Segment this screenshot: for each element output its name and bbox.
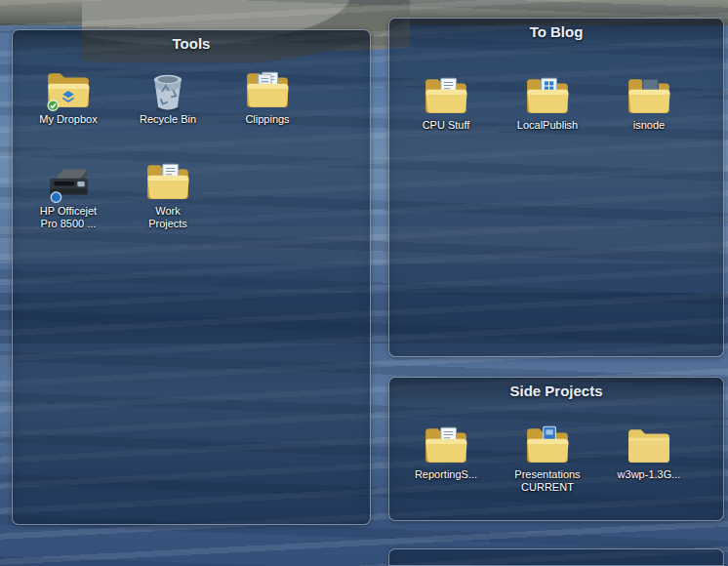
documents-folder-icon (421, 423, 471, 467)
desktop-icon-presentations[interactable]: Presentations CURRENT (497, 423, 598, 494)
icon-label: Clippings (245, 113, 289, 126)
icon-label: Recycle Bin (140, 113, 196, 126)
dropbox-folder-icon (43, 67, 94, 112)
plain-folder-icon (624, 423, 674, 467)
presentation-folder-icon (522, 423, 573, 467)
icon-label: ReportingS... (415, 468, 477, 481)
fence-tools: Tools My Dropbo (12, 29, 371, 525)
icon-label: Work Projects (148, 205, 187, 230)
desktop-icon-w3wp[interactable]: w3wp-1.3G... (598, 423, 700, 494)
desktop: Tools My Dropbo (0, 0, 728, 566)
icon-label: LocalPublish (517, 119, 578, 132)
icon-label: HP Officejet Pro 8500 ... (40, 205, 97, 230)
icon-label: w3wp-1.3G... (618, 468, 681, 481)
icon-label: isnode (633, 119, 665, 132)
desktop-icon-my-dropbox[interactable]: My Dropbox (19, 67, 118, 126)
fence-to-blog-body: CPU Stuff LocalPublish (389, 44, 723, 132)
desktop-icon-localpublish[interactable]: LocalPublish (497, 73, 598, 132)
desktop-icon-reporting[interactable]: ReportingS... (395, 423, 497, 494)
printer-icon (43, 159, 94, 204)
icon-row: HP Officejet Pro 8500 ... Work Projects (19, 159, 370, 230)
documents-folder-icon (142, 159, 193, 204)
documents-folder-icon (242, 67, 293, 112)
icon-row: ReportingS... Presentations CURRENT (395, 423, 723, 494)
icon-label: CPU Stuff (423, 119, 470, 132)
fence-to-blog-title[interactable]: To Blog (389, 19, 723, 44)
icon-row: My Dropbox Recycle Bin (19, 67, 370, 126)
desktop-icon-hp-officejet[interactable]: HP Officejet Pro 8500 ... (19, 159, 118, 230)
desktop-icon-isnode[interactable]: isnode (598, 73, 700, 132)
documents-folder-icon (421, 73, 471, 118)
desktop-icon-recycle-bin[interactable]: Recycle Bin (118, 67, 218, 126)
icon-label: Presentations CURRENT (514, 468, 580, 494)
fence-tools-body: My Dropbox Recycle Bin (13, 56, 370, 230)
fence-side-projects: Side Projects ReportingS... (388, 377, 724, 521)
icon-row: CPU Stuff LocalPublish (395, 73, 723, 132)
fence-to-blog: To Blog CPU Stuff (388, 18, 724, 357)
fence-side-projects-title[interactable]: Side Projects (389, 378, 723, 403)
fence-side-projects-body: ReportingS... Presentations CURRENT (389, 403, 723, 494)
fence-tools-title[interactable]: Tools (13, 30, 370, 56)
folder-icon (624, 73, 674, 118)
recycle-bin-icon (142, 67, 193, 112)
publish-folder-icon (522, 73, 573, 118)
desktop-icon-cpu-stuff[interactable]: CPU Stuff (395, 73, 497, 132)
fence-partial[interactable] (388, 548, 724, 566)
desktop-icon-clippings[interactable]: Clippings (218, 67, 317, 126)
desktop-icon-work-projects[interactable]: Work Projects (118, 159, 218, 230)
icon-label: My Dropbox (39, 113, 97, 126)
